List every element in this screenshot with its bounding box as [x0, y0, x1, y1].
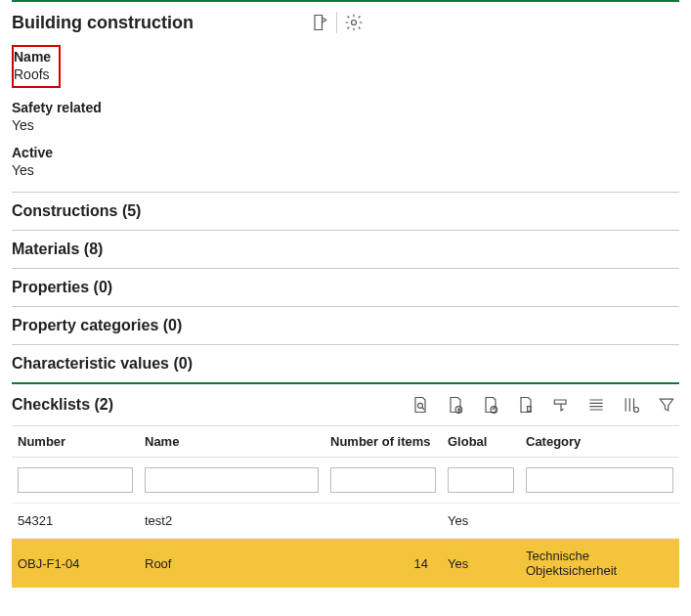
- cell-category: [520, 504, 679, 539]
- filter-count[interactable]: [330, 467, 436, 493]
- detail-header: Building construction: [12, 2, 679, 41]
- add-doc-icon[interactable]: [443, 392, 468, 418]
- name-value: Roofs: [14, 66, 51, 82]
- svg-point-4: [634, 408, 639, 413]
- link-doc-icon[interactable]: [478, 392, 503, 418]
- columns-settings-icon[interactable]: [619, 392, 644, 418]
- table-row[interactable]: OBJ-F1-04 Roof 14 Yes Technische Objekts…: [12, 539, 679, 589]
- cell-category: Technische Objektsicherheit: [520, 539, 679, 589]
- checklists-table: Number Name Number of items Global Categ…: [12, 425, 679, 588]
- cell-count: 14: [324, 539, 442, 589]
- cell-global: Yes: [442, 504, 520, 539]
- filter-global[interactable]: [448, 467, 514, 493]
- page-title: Building construction: [12, 13, 194, 33]
- filter-name[interactable]: [145, 467, 319, 493]
- filter-icon[interactable]: [654, 392, 679, 418]
- filter-category[interactable]: [526, 467, 673, 493]
- checklists-toolbar: [408, 392, 679, 418]
- table-header-row: Number Name Number of items Global Categ…: [12, 426, 679, 458]
- section-property-categories[interactable]: Property categories (0): [12, 306, 679, 344]
- name-field-highlight: Name Roofs: [12, 45, 61, 88]
- active-value: Yes: [12, 162, 679, 178]
- gear-icon[interactable]: [341, 10, 367, 35]
- brush-icon[interactable]: [548, 392, 574, 418]
- svg-point-0: [352, 21, 357, 25]
- section-constructions[interactable]: Constructions (5): [12, 192, 679, 230]
- cell-count: [324, 504, 442, 539]
- col-name[interactable]: Name: [139, 426, 324, 458]
- delete-doc-icon[interactable]: [513, 392, 539, 418]
- cell-name: Roof: [139, 539, 324, 589]
- cell-number: OBJ-F1-04: [12, 539, 139, 589]
- active-field: Active Yes: [12, 145, 679, 178]
- cell-name: test2: [139, 504, 324, 539]
- list-icon[interactable]: [583, 392, 609, 418]
- col-category[interactable]: Category: [520, 426, 679, 458]
- section-characteristic-values[interactable]: Characteristic values (0): [12, 344, 679, 382]
- table-row[interactable]: 54321 test2 Yes: [12, 504, 679, 539]
- filter-number[interactable]: [18, 467, 133, 493]
- col-count[interactable]: Number of items: [324, 426, 442, 458]
- cell-global: Yes: [442, 539, 520, 589]
- col-number[interactable]: Number: [12, 426, 139, 458]
- section-materials[interactable]: Materials (8): [12, 230, 679, 268]
- filter-row: [12, 458, 679, 504]
- toolbar-divider: [336, 12, 337, 33]
- name-label: Name: [14, 49, 51, 65]
- col-global[interactable]: Global: [442, 426, 520, 458]
- section-properties[interactable]: Properties (0): [12, 268, 679, 306]
- search-doc-icon[interactable]: [408, 392, 433, 418]
- safety-value: Yes: [12, 117, 679, 133]
- safety-label: Safety related: [12, 100, 679, 115]
- cell-number: 54321: [12, 504, 139, 539]
- edit-icon[interactable]: [307, 10, 332, 35]
- checklists-header: Checklists (2): [12, 384, 679, 425]
- checklists-title[interactable]: Checklists (2): [12, 396, 113, 414]
- safety-related-field: Safety related Yes: [12, 100, 679, 133]
- active-label: Active: [12, 145, 679, 160]
